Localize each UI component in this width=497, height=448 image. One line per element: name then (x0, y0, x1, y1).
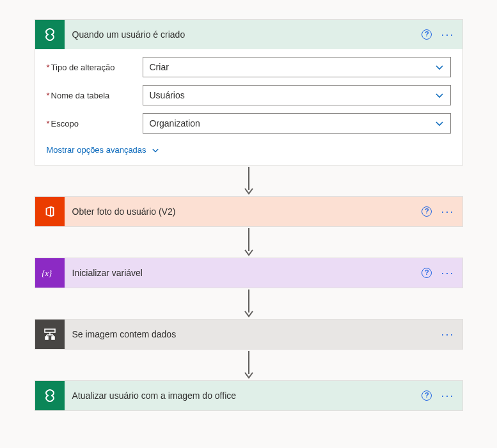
param-row-scope: *Escopo Organization (47, 113, 451, 134)
help-icon[interactable]: ? (422, 29, 432, 40)
dataverse-icon (35, 20, 65, 49)
office365-icon (35, 197, 65, 226)
param-row-table-name: *Nome da tabela Usuários (47, 85, 451, 105)
dataverse-icon (35, 381, 65, 410)
chevron-down-icon (435, 119, 444, 128)
more-menu-icon[interactable]: ··· (441, 392, 454, 399)
connector-arrow (35, 288, 463, 319)
step-condition-header[interactable]: Se imagem contem dados ··· (35, 320, 462, 349)
step-update-user-header[interactable]: Atualizar usuário com a imagem do office… (35, 381, 462, 410)
svg-rect-4 (45, 329, 55, 332)
connector-arrow (35, 227, 463, 258)
more-menu-icon[interactable]: ··· (441, 208, 454, 215)
more-menu-icon[interactable]: ··· (441, 270, 454, 276)
more-menu-icon[interactable]: ··· (441, 31, 454, 38)
chevron-down-icon (435, 91, 444, 100)
more-menu-icon[interactable]: ··· (441, 331, 454, 337)
step-get-photo-header[interactable]: Obter foto do usuário (V2) ? ··· (35, 197, 462, 226)
chevron-down-icon (435, 63, 444, 72)
step-update-user-card: Atualizar usuário com a imagem do office… (35, 380, 463, 411)
help-icon[interactable]: ? (422, 206, 432, 217)
variable-icon: {x} (35, 258, 65, 288)
advanced-label: Mostrar opções avançadas (47, 145, 146, 155)
select-scope[interactable]: Organization (143, 113, 451, 134)
connector-arrow (35, 350, 463, 380)
step-init-var-card: {x} Inicializar variável ? ··· (35, 258, 463, 288)
select-value: Organization (150, 118, 200, 128)
select-value: Usuários (150, 90, 185, 100)
select-change-type[interactable]: Criar (143, 57, 451, 77)
param-row-change-type: *Tipo de alteração Criar (47, 57, 451, 77)
step-title: Atualizar usuário com a imagem do office (65, 390, 422, 401)
select-table-name[interactable]: Usuários (143, 85, 451, 105)
condition-icon (35, 320, 65, 349)
connector-arrow (35, 166, 463, 196)
select-value: Criar (150, 62, 169, 72)
step-title: Obter foto do usuário (V2) (65, 206, 422, 217)
step-title: Quando um usuário é criado (65, 29, 422, 40)
param-label: Escopo (51, 119, 79, 128)
step-get-photo-card: Obter foto do usuário (V2) ? ··· (35, 196, 463, 227)
step-trigger-card: Quando um usuário é criado ? ··· *Tipo d… (35, 19, 463, 166)
help-icon[interactable]: ? (422, 390, 432, 401)
step-title: Inicializar variável (65, 268, 422, 278)
step-title: Se imagem contem dados (65, 329, 441, 339)
step-init-var-header[interactable]: {x} Inicializar variável ? ··· (35, 258, 462, 288)
param-label: Nome da tabela (51, 91, 110, 100)
step-trigger-header[interactable]: Quando um usuário é criado ? ··· (35, 20, 462, 49)
param-label: Tipo de alteração (51, 63, 115, 72)
help-icon[interactable]: ? (422, 268, 432, 278)
show-advanced-link[interactable]: Mostrar opções avançadas (47, 141, 159, 160)
flow-designer: Quando um usuário é criado ? ··· *Tipo d… (35, 19, 463, 411)
svg-rect-10 (52, 337, 54, 339)
step-condition-card: Se imagem contem dados ··· (35, 319, 463, 350)
svg-text:{x}: {x} (42, 268, 52, 278)
step-trigger-body: *Tipo de alteração Criar *Nome da tabela… (35, 49, 462, 165)
svg-rect-9 (45, 337, 48, 339)
